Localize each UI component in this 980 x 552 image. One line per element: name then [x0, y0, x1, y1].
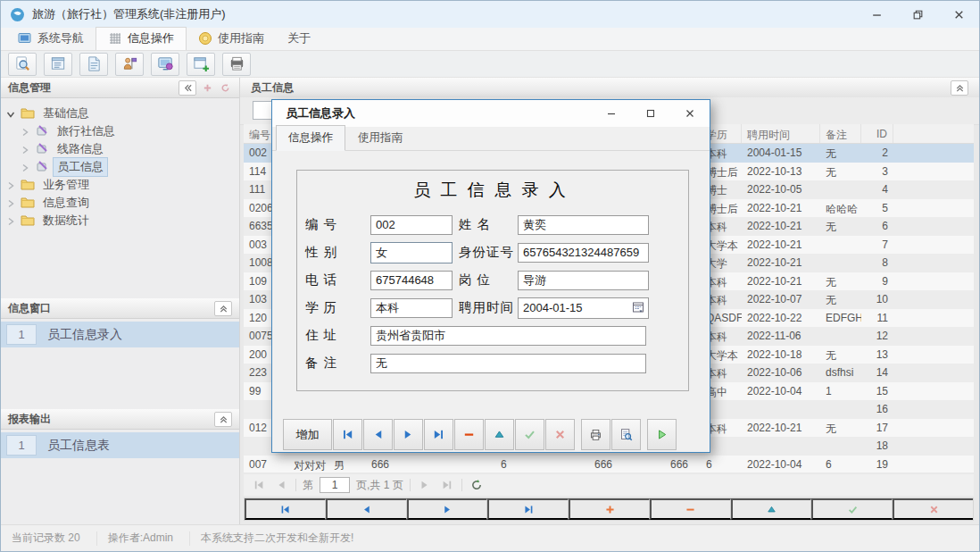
field-input[interactable] — [370, 271, 453, 290]
record-first-button[interactable] — [245, 498, 326, 520]
tree-expand-arrow-icon[interactable] — [6, 215, 17, 226]
ribbon-tab-1[interactable]: 系统导航 — [6, 28, 96, 50]
field-input[interactable] — [370, 215, 453, 235]
hire-date-field — [518, 297, 649, 319]
info-window-collapse-button[interactable] — [214, 301, 232, 316]
info-window-item-1[interactable]: 1员工信息录入 — [1, 322, 239, 347]
dialog-run-button[interactable] — [647, 419, 677, 450]
record-plus-button[interactable] — [569, 498, 650, 520]
field-input[interactable] — [370, 326, 646, 346]
dialog-check-button[interactable] — [515, 419, 544, 450]
report-output-collapse-button[interactable] — [214, 412, 232, 427]
dialog-title: 员工信息录入 — [286, 105, 355, 121]
record-last-button[interactable] — [487, 498, 569, 520]
page-first-button[interactable] — [251, 477, 267, 493]
dialog-first-button[interactable] — [333, 419, 362, 450]
page-last-button[interactable] — [439, 477, 455, 493]
ribbon-tab-4[interactable]: 关于 — [276, 28, 322, 50]
table-cell: 5 — [861, 199, 893, 218]
dialog-minimize-button[interactable] — [592, 100, 631, 127]
field-input[interactable] — [370, 354, 646, 373]
sidebar-add-button[interactable] — [200, 80, 214, 95]
dialog-body: 员 工 信 息 录 入 编 号姓 名性 别女身份证号电 话岗 位学 历聘用时间住… — [272, 152, 710, 452]
dialog-tab-1[interactable]: 信息操作 — [276, 125, 345, 151]
tree-item-7[interactable]: 数据统计 — [1, 212, 239, 230]
tree-item-3[interactable]: 线路信息 — [1, 140, 239, 158]
tree-item-1[interactable]: 基础信息 — [1, 105, 239, 122]
tree-item-5[interactable]: 业务管理 — [1, 176, 239, 194]
sidebar-refresh-button[interactable] — [218, 80, 232, 95]
dialog-print-button[interactable] — [581, 419, 610, 450]
minimize-button[interactable] — [856, 1, 897, 28]
form-view-button[interactable] — [44, 53, 72, 76]
column-header-备注[interactable]: 备注 — [820, 124, 861, 143]
record-prev-button[interactable] — [326, 498, 407, 520]
dialog-tab-2[interactable]: 使用指南 — [345, 125, 415, 151]
tree-expand-arrow-icon[interactable] — [21, 162, 31, 172]
tree-expand-arrow-icon[interactable] — [21, 144, 31, 155]
ribbon-tab-3[interactable]: 使用指南 — [187, 28, 276, 50]
tree-expand-arrow-icon[interactable] — [21, 126, 31, 137]
page-next-button[interactable] — [417, 477, 433, 493]
field-input[interactable] — [518, 215, 649, 235]
table-cell: 4 — [861, 180, 893, 199]
field-label: 岗 位 — [459, 272, 518, 289]
folder-icon — [21, 196, 35, 211]
restore-button[interactable] — [897, 1, 938, 28]
table-cell: 8 — [861, 254, 893, 272]
column-header-ID[interactable]: ID — [861, 124, 893, 143]
employee-panel-collapse-button[interactable] — [951, 80, 968, 96]
tree-item-6[interactable]: 信息查询 — [1, 194, 239, 212]
page-number-input[interactable] — [320, 477, 350, 493]
calendar-icon — [632, 301, 644, 314]
browse-search-icon — [14, 55, 31, 72]
dialog-next-button[interactable] — [394, 419, 423, 450]
tree-expand-arrow-icon[interactable] — [6, 197, 17, 208]
dialog-remove-button[interactable] — [454, 419, 484, 450]
refresh-table-button[interactable] — [469, 477, 485, 493]
add-record-button[interactable]: 增加 — [283, 419, 332, 450]
pager: 第 页,共 1 页 — [244, 474, 974, 496]
dialog-maximize-button[interactable] — [631, 100, 670, 127]
close-button[interactable] — [938, 1, 979, 28]
window-add-button[interactable] — [187, 53, 215, 76]
employee-button[interactable] — [115, 53, 144, 76]
dialog-cross-button[interactable] — [545, 419, 575, 450]
record-up-button[interactable] — [731, 498, 812, 520]
dialog-last-button[interactable] — [424, 419, 453, 450]
field-input[interactable] — [518, 243, 649, 263]
dialog-close-button[interactable] — [670, 100, 710, 127]
sidebar-collapse-button[interactable] — [179, 80, 196, 96]
field-input[interactable] — [370, 298, 453, 318]
node-icon — [35, 124, 49, 139]
browse-search-button[interactable] — [8, 53, 37, 76]
status-record-count: 当前记录数 20 — [1, 531, 96, 546]
report-output-button[interactable] — [222, 53, 251, 76]
table-row[interactable]: 007对对对男666666666662022-10-04619 — [244, 456, 974, 473]
tree-item-4[interactable]: 员工信息 — [1, 158, 239, 176]
field-label: 姓 名 — [459, 216, 518, 233]
record-cross-button[interactable] — [893, 498, 973, 520]
tree-collapse-arrow-icon[interactable] — [6, 108, 17, 119]
dialog-up-button[interactable] — [485, 419, 514, 450]
tree-expand-arrow-icon[interactable] — [6, 180, 17, 190]
table-cell: 无 — [820, 419, 861, 438]
page-prev-button[interactable] — [273, 477, 289, 493]
column-header-聘用时间[interactable]: 聘用时间 — [742, 124, 820, 143]
screen-design-button[interactable] — [151, 53, 179, 76]
record-next-button[interactable] — [407, 498, 488, 520]
report-item-1[interactable]: 1员工信息表 — [1, 432, 239, 458]
calendar-dropdown-button[interactable] — [629, 299, 647, 315]
tree-item-2[interactable]: 旅行社信息 — [1, 122, 239, 140]
ribbon-tab-2[interactable]: 信息操作 — [96, 27, 187, 50]
record-minus-button[interactable] — [650, 498, 731, 520]
dialog-prev-button[interactable] — [363, 419, 393, 450]
gender-select-value: 女 — [376, 245, 387, 261]
prev-icon — [361, 504, 372, 515]
dialog-preview-button[interactable] — [611, 419, 641, 450]
prev-icon — [371, 428, 385, 441]
record-check-button[interactable] — [811, 498, 893, 520]
field-input[interactable] — [518, 271, 649, 290]
document-button[interactable] — [79, 53, 108, 76]
gender-select[interactable]: 女 — [370, 242, 453, 263]
